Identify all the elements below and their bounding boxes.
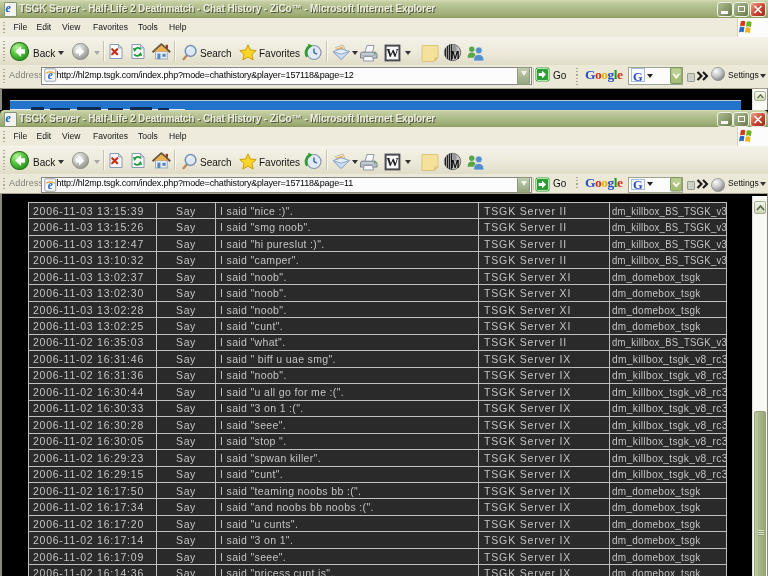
svg-text:e: e bbox=[47, 68, 52, 80]
svg-text:W: W bbox=[386, 155, 399, 169]
svg-text:M: M bbox=[451, 48, 460, 60]
svg-text:M: M bbox=[451, 157, 460, 169]
svg-text:W: W bbox=[386, 46, 399, 60]
svg-text:e: e bbox=[47, 179, 52, 191]
